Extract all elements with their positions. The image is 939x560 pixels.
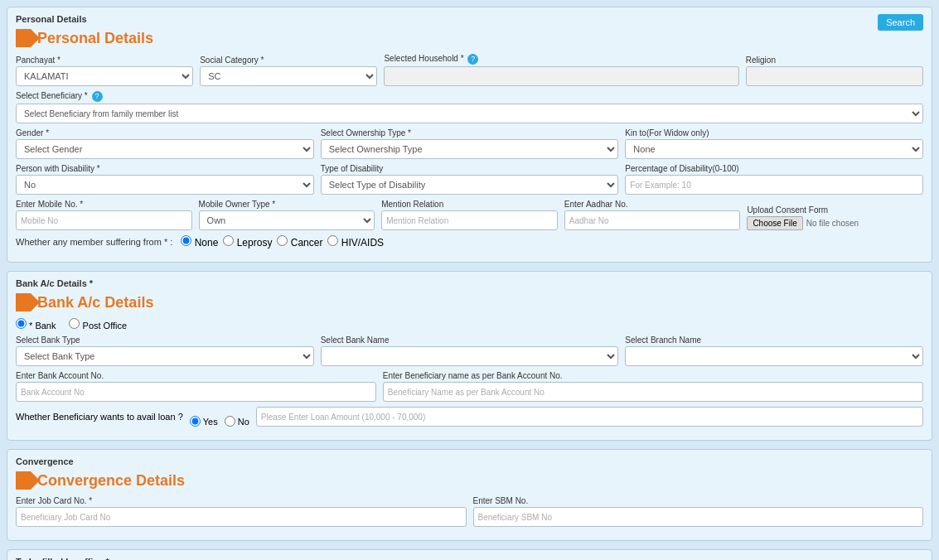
suffering-leprosy-radio[interactable] (223, 235, 234, 246)
panchayat-group: Panchayat * KALAMATI (16, 56, 193, 86)
household-info-icon[interactable]: ? (467, 54, 478, 65)
form-row-4: Person with Disability * No Type of Disa… (16, 164, 923, 195)
personal-details-section: Search Personal Details Personal Details… (7, 7, 932, 263)
job-card-label: Enter Job Card No. * (16, 496, 467, 505)
bank-type-group: Select Bank Type Select Bank Type (16, 336, 314, 366)
mobile-no-label: Enter Mobile No. * (16, 200, 192, 209)
disability-select[interactable]: No (16, 175, 314, 195)
bank-radio-option[interactable]: * Bank (16, 318, 56, 331)
beneficiary-bank-name-label: Enter Beneficiary name as per Bank Accou… (383, 371, 923, 380)
file-input-group: Choose File No file chosen (747, 216, 923, 230)
loan-no-option[interactable]: No (225, 416, 249, 427)
bank-arrow-label: Bank A/c Details (16, 293, 923, 311)
bank-name-group: Select Bank Name (321, 336, 619, 366)
job-card-input[interactable] (16, 507, 467, 527)
branch-name-group: Select Branch Name (625, 336, 923, 366)
kin-to-label: Kin to(For Widow only) (625, 128, 923, 138)
ownership-type-label: Select Ownership Type * (321, 128, 619, 138)
panchayat-select[interactable]: KALAMATI (16, 66, 193, 86)
suffering-none-option[interactable]: None (181, 235, 218, 249)
branch-name-select[interactable] (625, 346, 923, 366)
bank-type-label: Select Bank Type (16, 336, 314, 345)
selected-household-label: Selected Household * ? (384, 54, 738, 65)
bank-account-no-group: Enter Bank Account No. (16, 371, 376, 402)
mobile-owner-type-group: Mobile Owner Type * Own (199, 200, 375, 230)
bank-type-select[interactable]: Select Bank Type (16, 346, 314, 366)
suffering-cancer-option[interactable]: Cancer (277, 235, 322, 249)
mention-relation-label: Mention Relation (381, 200, 558, 209)
bank-account-no-input[interactable] (16, 382, 376, 402)
bank-account-no-label: Enter Bank Account No. (16, 371, 376, 380)
religion-label: Religion (746, 56, 923, 65)
type-disability-label: Type of Disability (321, 164, 619, 173)
beneficiary-info-icon[interactable]: ? (92, 91, 103, 102)
suffering-none-radio[interactable] (181, 235, 191, 246)
convergence-row: Enter Job Card No. * Enter SBM No. (16, 496, 923, 527)
mobile-owner-type-label: Mobile Owner Type * (199, 200, 375, 209)
selected-household-input: MAHADEI NAG [1704654][1] (384, 66, 738, 86)
disability-label: Person with Disability * (16, 164, 314, 173)
upload-consent-label: Upload Consent Form (747, 205, 923, 215)
arrow-shape-convergence (16, 471, 31, 490)
convergence-heading: Convergence Details (37, 472, 185, 490)
beneficiary-bank-name-group: Enter Beneficiary name as per Bank Accou… (383, 371, 923, 402)
kin-to-group: Kin to(For Widow only) None (625, 128, 923, 159)
kin-to-select[interactable]: None (625, 139, 923, 159)
suffering-hiv-option[interactable]: HIV/AIDS (327, 235, 384, 249)
bank-section-title: Bank A/c Details * (16, 278, 923, 288)
convergence-arrow-label: Convergence Details (16, 471, 923, 490)
bank-details-section: Bank A/c Details * Bank A/c Details * Ba… (7, 271, 932, 441)
convergence-section-title: Convergence (16, 456, 923, 466)
convergence-section: Convergence Convergence Details Enter Jo… (7, 449, 932, 541)
mobile-no-input[interactable] (16, 210, 192, 230)
bank-radio[interactable] (16, 318, 27, 329)
mobile-owner-type-select[interactable]: Own (199, 210, 375, 230)
social-category-label: Social Category * (200, 56, 377, 65)
ownership-type-group: Select Ownership Type * Select Ownership… (321, 128, 619, 159)
beneficiary-group: Select Beneficiary * ? Select Beneficiar… (16, 91, 923, 123)
aadhar-no-input[interactable] (564, 210, 741, 230)
beneficiary-select[interactable]: Select Beneficiary from family member li… (16, 104, 923, 123)
suffering-cancer-radio[interactable] (277, 235, 288, 246)
social-category-select[interactable]: SC (200, 66, 377, 86)
percentage-disability-input[interactable] (625, 175, 923, 195)
bank-row-2: Enter Bank Account No. Enter Beneficiary… (16, 371, 923, 402)
percentage-disability-group: Percentage of Disability(0-100) (625, 164, 923, 195)
type-disability-group: Type of Disability Select Type of Disabi… (321, 164, 619, 195)
percentage-disability-label: Percentage of Disability(0-100) (625, 164, 923, 173)
suffering-leprosy-option[interactable]: Leprosy (223, 235, 272, 249)
loan-amount-input[interactable] (256, 407, 923, 427)
religion-input: UNKNOWN (746, 66, 923, 86)
bank-name-select[interactable] (321, 346, 619, 366)
post-office-radio-option[interactable]: Post Office (69, 318, 127, 331)
beneficiary-bank-name-input[interactable] (383, 382, 923, 402)
search-button[interactable]: Search (878, 14, 923, 31)
loan-yes-option[interactable]: Yes (190, 416, 218, 427)
office-section-title: To be filled by office * (16, 557, 923, 560)
personal-details-section-title: Personal Details (16, 14, 923, 24)
form-row-5: Enter Mobile No. * Mobile Owner Type * O… (16, 200, 923, 230)
gender-group: Gender * Select Gender (16, 128, 314, 159)
bank-name-label: Select Bank Name (321, 336, 619, 345)
personal-details-heading: Personal Details (37, 30, 153, 47)
mention-relation-input[interactable] (381, 210, 558, 230)
type-disability-select[interactable]: Select Type of Disability (321, 175, 619, 195)
no-file-text: No file chosen (806, 219, 859, 228)
mention-relation-group: Mention Relation (381, 200, 558, 230)
form-row-3: Gender * Select Gender Select Ownership … (16, 128, 923, 159)
sbm-no-group: Enter SBM No. (473, 496, 924, 527)
loan-no-radio[interactable] (225, 416, 235, 427)
post-office-radio[interactable] (69, 318, 80, 329)
choose-file-button[interactable]: Choose File (747, 216, 802, 230)
gender-select[interactable]: Select Gender (16, 139, 314, 159)
loan-question: Whether Beneficiary wants to avail loan … (16, 412, 183, 422)
social-category-group: Social Category * SC (200, 56, 377, 86)
loan-yes-radio[interactable] (190, 416, 201, 427)
job-card-group: Enter Job Card No. * (16, 496, 467, 527)
office-details-section: To be filled by office * Details from Co… (7, 549, 932, 560)
suffering-hiv-radio[interactable] (327, 235, 338, 246)
ownership-type-select[interactable]: Select Ownership Type (321, 139, 619, 159)
suffering-from-row: Whether any member suffering from * : No… (16, 235, 923, 249)
gender-label: Gender * (16, 128, 314, 138)
sbm-no-input[interactable] (473, 507, 924, 527)
